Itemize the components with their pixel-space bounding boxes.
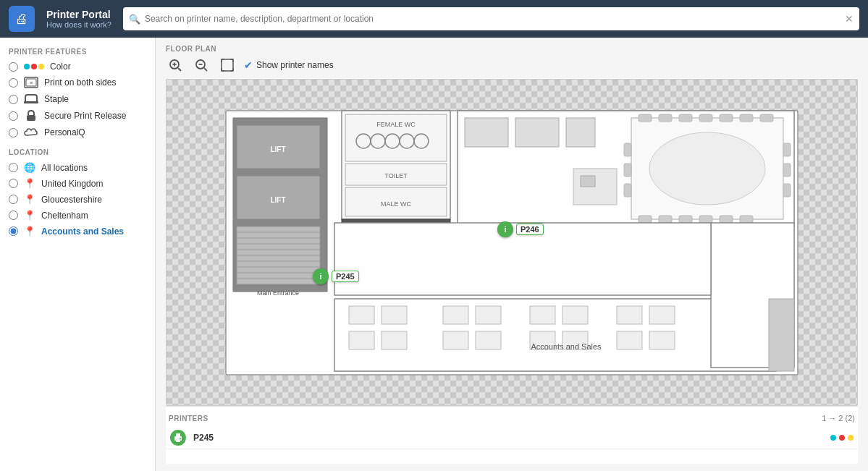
feature-color[interactable]: Color xyxy=(9,61,146,72)
globe-icon: 🌐 xyxy=(24,162,35,173)
svg-rect-86 xyxy=(649,331,675,349)
location-cheltenham-label: Cheltenham xyxy=(41,211,88,221)
printer-row-p245[interactable]: P245 xyxy=(166,427,858,449)
feature-secure-radio[interactable] xyxy=(9,111,18,121)
svg-rect-61 xyxy=(740,216,753,223)
app-subtitle: How does it work? xyxy=(46,20,111,29)
floorplan-outer: LIFT LIFT xyxy=(167,80,857,405)
cloud-icon xyxy=(24,127,38,138)
feature-color-radio[interactable] xyxy=(9,62,18,72)
svg-rect-88 xyxy=(769,299,794,371)
floorplan-container[interactable]: LIFT LIFT xyxy=(166,79,858,406)
svg-rect-60 xyxy=(720,216,733,223)
svg-rect-54 xyxy=(740,114,753,122)
svg-rect-83 xyxy=(617,306,642,324)
pin-filled-icon: 📍 xyxy=(24,226,35,237)
location-all-label: All locations xyxy=(41,163,88,173)
printer-dots-p245 xyxy=(830,435,854,441)
svg-rect-81 xyxy=(562,306,588,324)
svg-rect-62 xyxy=(624,143,631,156)
svg-line-11 xyxy=(204,68,207,71)
location-accounts-label: Accounts and Sales xyxy=(41,226,124,237)
svg-rect-65 xyxy=(783,143,791,156)
pin-icon-2: 📍 xyxy=(24,194,35,205)
feature-duplex[interactable]: ≡ Print on both sides xyxy=(9,77,146,88)
feature-secure[interactable]: Secure Print Release xyxy=(9,110,146,122)
svg-text:TOILET: TOILET xyxy=(384,172,408,179)
svg-rect-85 xyxy=(649,306,675,324)
svg-rect-76 xyxy=(443,331,468,349)
color-dots xyxy=(24,64,44,69)
svg-point-48 xyxy=(649,132,765,205)
svg-text:LIFT: LIFT xyxy=(270,196,285,204)
zoom-out-button[interactable] xyxy=(192,57,211,73)
pin-icon-3: 📍 xyxy=(24,210,35,221)
location-gloucestershire-radio[interactable] xyxy=(9,195,18,204)
location-all-radio[interactable] xyxy=(9,163,18,172)
floorplan-section: FLOOR PLAN xyxy=(166,45,858,406)
printer-icon-p245 xyxy=(170,430,186,446)
location-uk[interactable]: 📍 United Kingdom xyxy=(9,178,146,189)
svg-line-8 xyxy=(178,68,181,71)
svg-rect-3 xyxy=(24,101,38,103)
fit-button[interactable] xyxy=(218,57,237,73)
search-clear-icon[interactable]: ✕ xyxy=(845,13,854,25)
svg-rect-50 xyxy=(659,114,672,122)
feature-secure-label: Secure Print Release xyxy=(44,111,126,121)
location-gloucestershire-label: Gloucestershire xyxy=(41,195,102,205)
search-icon: 🔍 xyxy=(129,14,140,25)
location-uk-radio[interactable] xyxy=(9,179,18,188)
svg-text:≡: ≡ xyxy=(30,80,33,85)
duplex-icon: ≡ xyxy=(24,77,38,88)
zoom-in-button[interactable] xyxy=(166,57,185,73)
floorplan-toolbar: ✔ Show printer names xyxy=(166,57,858,73)
location-all[interactable]: 🌐 All locations xyxy=(9,162,146,173)
main-layout: PRINTER FEATURES Color ≡ Print on both s… xyxy=(0,38,868,471)
svg-rect-73 xyxy=(382,306,407,324)
show-names-label: Show printer names xyxy=(256,60,334,70)
svg-rect-58 xyxy=(679,216,692,223)
svg-text:FEMALE WC: FEMALE WC xyxy=(376,121,416,128)
location-cheltenham-radio[interactable] xyxy=(9,211,18,220)
pin-icon: 📍 xyxy=(24,178,35,189)
svg-rect-71 xyxy=(349,306,374,324)
svg-rect-12 xyxy=(222,59,233,71)
app-title: Printer Portal xyxy=(46,9,111,20)
svg-rect-75 xyxy=(443,306,468,324)
feature-personalq-radio[interactable] xyxy=(9,128,18,137)
svg-text:MALE WC: MALE WC xyxy=(381,200,412,208)
location-gloucestershire[interactable]: 📍 Gloucestershire xyxy=(9,194,146,205)
floorplan-svg: LIFT LIFT xyxy=(219,103,805,382)
printer-marker-p246[interactable]: i P246 xyxy=(497,221,544,237)
svg-rect-63 xyxy=(624,164,631,177)
svg-rect-66 xyxy=(783,164,791,177)
show-names-toggle[interactable]: ✔ Show printer names xyxy=(244,59,334,71)
search-bar[interactable]: 🔍 ✕ xyxy=(123,7,859,30)
feature-duplex-radio[interactable] xyxy=(9,78,18,88)
printer-marker-label-p246: P246 xyxy=(516,224,544,235)
location-accounts-radio[interactable] xyxy=(9,226,18,236)
lock-icon xyxy=(24,110,38,122)
printer-marker-icon-p245: i xyxy=(313,268,329,284)
printer-name-p245: P245 xyxy=(193,433,823,443)
features-label: PRINTER FEATURES xyxy=(9,48,146,56)
svg-rect-78 xyxy=(476,331,501,349)
floorplan-label: FLOOR PLAN xyxy=(166,45,858,53)
search-input[interactable] xyxy=(145,14,840,24)
location-cheltenham[interactable]: 📍 Cheltenham xyxy=(9,210,146,221)
printer-marker-p245[interactable]: i P245 xyxy=(313,268,359,284)
feature-personalq[interactable]: PersonalQ xyxy=(9,127,146,138)
sidebar: PRINTER FEATURES Color ≡ Print on both s… xyxy=(0,38,156,471)
app-title-block: Printer Portal How does it work? xyxy=(46,9,111,29)
svg-rect-51 xyxy=(679,114,692,122)
svg-rect-53 xyxy=(720,114,733,122)
feature-staple-radio[interactable] xyxy=(9,95,18,104)
printer-marker-icon-p246: i xyxy=(497,221,513,237)
dot-red xyxy=(31,64,37,69)
printer-dot-yellow xyxy=(848,435,854,441)
svg-rect-55 xyxy=(760,114,773,122)
feature-staple[interactable]: Staple xyxy=(9,93,146,105)
content-area: FLOOR PLAN xyxy=(156,38,868,471)
svg-rect-74 xyxy=(382,331,407,349)
location-accounts[interactable]: 📍 Accounts and Sales xyxy=(9,226,146,237)
